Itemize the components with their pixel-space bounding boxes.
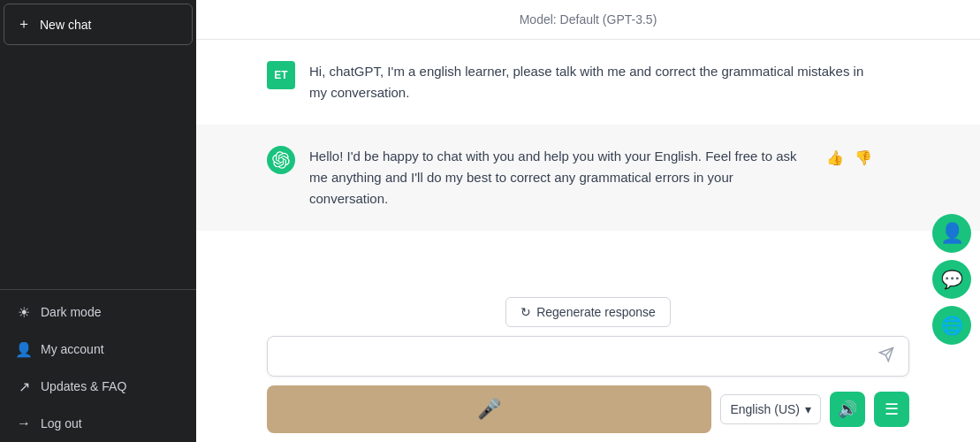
language-value: English (US) bbox=[730, 402, 800, 416]
mic-icon: 🎤 bbox=[477, 398, 501, 421]
sidebar-divider bbox=[0, 289, 196, 290]
bottom-area: ↻ Regenerate response 🎤 English (US) ▾ bbox=[196, 288, 980, 442]
right-buttons-panel: 👤 💬 🌐 bbox=[932, 214, 971, 345]
chat-area: ET Hi, chatGPT, I'm a english learner, p… bbox=[196, 40, 980, 288]
user-avatar: ET bbox=[267, 61, 295, 89]
language-selector[interactable]: English (US) ▾ bbox=[720, 394, 821, 424]
chat-input[interactable] bbox=[278, 346, 875, 367]
assistant-message-text: Hello! I'd be happy to chat with you and… bbox=[309, 146, 810, 210]
thumbs-up-button[interactable]: 👍 bbox=[824, 148, 846, 168]
microphone-button[interactable]: 🎤 bbox=[267, 385, 711, 433]
message-actions: 👍 👎 bbox=[824, 146, 874, 168]
logout-icon: → bbox=[16, 415, 32, 431]
bot-avatar bbox=[267, 146, 295, 174]
moon-icon: ☀ bbox=[16, 304, 32, 320]
chat-bubble-icon: 💬 bbox=[941, 269, 963, 290]
list-icon: ☰ bbox=[885, 400, 899, 419]
user-message-text: Hi, chatGPT, I'm a english learner, plea… bbox=[309, 61, 874, 103]
sidebar-item-my-account[interactable]: 👤 My account bbox=[4, 332, 193, 367]
user-icon: 👤 bbox=[16, 341, 32, 357]
plus-icon: ＋ bbox=[17, 15, 31, 34]
external-link-icon: ↗ bbox=[16, 378, 32, 394]
regenerate-container: ↻ Regenerate response bbox=[267, 297, 909, 327]
regenerate-icon: ↻ bbox=[520, 305, 531, 319]
thumbs-down-button[interactable]: 👎 bbox=[853, 148, 874, 168]
new-chat-button[interactable]: ＋ New chat bbox=[4, 4, 193, 45]
sidebar-item-label: Dark mode bbox=[41, 305, 101, 319]
send-button[interactable] bbox=[875, 347, 898, 367]
sidebar-item-label: My account bbox=[41, 342, 104, 356]
model-header: Model: Default (GPT-3.5) bbox=[196, 0, 980, 40]
chevron-down-icon: ▾ bbox=[805, 402, 811, 416]
toolbar-row: 🎤 English (US) ▾ 🔊 ☰ bbox=[267, 385, 909, 433]
menu-button[interactable]: ☰ bbox=[874, 392, 909, 427]
sidebar-item-updates-faq[interactable]: ↗ Updates & FAQ bbox=[4, 369, 193, 404]
right-button-3[interactable]: 🌐 bbox=[932, 306, 971, 345]
globe-icon: 🌐 bbox=[941, 315, 963, 336]
sidebar-item-label: Log out bbox=[41, 416, 82, 431]
main-content: Model: Default (GPT-3.5) ET Hi, chatGPT,… bbox=[196, 0, 980, 442]
audio-button[interactable]: 🔊 bbox=[830, 392, 865, 427]
user-message-block: ET Hi, chatGPT, I'm a english learner, p… bbox=[196, 40, 980, 125]
user-circle-icon: 👤 bbox=[940, 222, 964, 245]
sidebar-item-label: Updates & FAQ bbox=[41, 379, 126, 393]
regenerate-button[interactable]: ↻ Regenerate response bbox=[505, 297, 671, 327]
regenerate-label: Regenerate response bbox=[536, 305, 656, 319]
sidebar-item-dark-mode[interactable]: ☀ Dark mode bbox=[4, 294, 193, 330]
right-button-1[interactable]: 👤 bbox=[932, 214, 971, 253]
new-chat-label: New chat bbox=[40, 18, 91, 32]
assistant-message-block: Hello! I'd be happy to chat with you and… bbox=[196, 125, 980, 231]
model-label: Model: Default (GPT-3.5) bbox=[520, 12, 657, 27]
input-container bbox=[267, 336, 909, 377]
sidebar: ＋ New chat ☀ Dark mode 👤 My account ↗ Up… bbox=[0, 0, 196, 442]
sidebar-item-log-out[interactable]: → Log out bbox=[4, 406, 193, 441]
speaker-icon: 🔊 bbox=[838, 400, 857, 419]
right-button-2[interactable]: 💬 bbox=[932, 260, 971, 299]
